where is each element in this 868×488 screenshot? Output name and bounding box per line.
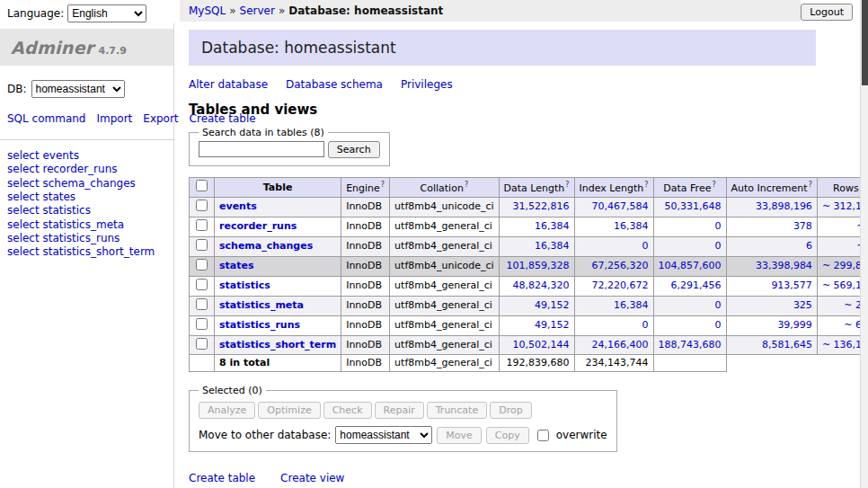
data-free-link[interactable]: 0 [715, 220, 722, 232]
rows-link[interactable]: ~ 569,159 [822, 279, 860, 291]
auto-increment-link[interactable]: 913,577 [771, 279, 812, 291]
breadcrumb-server-link[interactable]: Server [240, 4, 275, 17]
analyze-button[interactable]: Analyze [199, 402, 255, 419]
sidebar-table-link[interactable]: select statistics_meta [7, 218, 166, 232]
optimize-button[interactable]: Optimize [258, 402, 320, 419]
data-length-link[interactable]: 16,384 [535, 240, 570, 252]
data-length-link[interactable]: 49,152 [535, 319, 570, 331]
data-length-link[interactable]: 16,384 [535, 220, 570, 232]
row-checkbox[interactable] [196, 279, 208, 290]
repair-button[interactable]: Repair [375, 402, 424, 419]
index-length-link[interactable]: 67,256,320 [592, 260, 649, 271]
data-free-link[interactable]: 104,857,600 [659, 260, 722, 271]
sidebar-link-sql-command[interactable]: SQL command [7, 112, 85, 125]
data-length-link[interactable]: 48,824,320 [513, 279, 570, 291]
rows-link[interactable]: ~ 312,180 [822, 200, 860, 212]
data-free-link[interactable]: 0 [715, 240, 722, 252]
rows-link[interactable]: ~ 299,833 [822, 260, 860, 271]
index-length-link[interactable]: 24,166,400 [592, 339, 649, 350]
table-name-link[interactable]: statistics_runs [219, 319, 300, 331]
database-schema-link[interactable]: Database schema [286, 78, 383, 91]
sidebar-table-link[interactable]: select recorder_runs [7, 163, 166, 176]
sidebar-table-link[interactable]: select statistics [7, 204, 166, 217]
alter-database-link[interactable]: Alter database [189, 78, 268, 91]
create-view-link[interactable]: Create view [280, 472, 344, 484]
table-name-link[interactable]: recorder_runs [219, 220, 297, 232]
data-free-link[interactable]: 0 [715, 299, 722, 311]
table-name-link[interactable]: statistics [219, 279, 270, 291]
language-select[interactable]: English [67, 4, 146, 22]
auto-increment-link[interactable]: 325 [793, 299, 812, 311]
table-name-link[interactable]: statistics_meta [219, 299, 304, 311]
index-length-link[interactable]: 72,220,672 [592, 279, 649, 291]
auto-increment-link[interactable]: 378 [793, 220, 812, 232]
search-input[interactable] [199, 141, 324, 157]
auto-increment-link[interactable]: 6 [806, 240, 812, 252]
auto-increment-link[interactable]: 8,581,645 [762, 339, 812, 350]
rows-link[interactable]: ~ 136,108 [822, 339, 860, 350]
data-length-link[interactable]: 49,152 [535, 299, 570, 311]
sidebar-table-link[interactable]: select schema_changes [7, 177, 166, 191]
data-free-link[interactable]: 50,331,648 [665, 200, 722, 212]
help-icon[interactable]: ? [565, 181, 569, 189]
row-checkbox[interactable] [196, 219, 208, 231]
table-name-link[interactable]: statistics_short_term [219, 339, 336, 350]
table-name-link[interactable]: schema_changes [219, 240, 313, 252]
data-length-link[interactable]: 31,522,816 [513, 200, 570, 212]
overwrite-checkbox[interactable] [537, 430, 549, 441]
index-length-link[interactable]: 16,384 [614, 299, 649, 311]
check-button[interactable]: Check [323, 402, 372, 419]
row-checkbox[interactable] [196, 298, 208, 310]
auto-increment-cell: 33,398,984 [726, 256, 817, 276]
sidebar-table-link[interactable]: select states [7, 191, 166, 204]
select-all-checkbox[interactable] [196, 180, 208, 191]
scrollbar-thumb[interactable] [862, 0, 868, 85]
index-length-link[interactable]: 70,467,584 [592, 200, 649, 212]
index-length-link[interactable]: 0 [642, 240, 649, 252]
rows-cell: ~ 299,833 [817, 256, 860, 276]
index-length-link[interactable]: 0 [642, 319, 649, 331]
copy-button[interactable]: Copy [486, 427, 529, 444]
breadcrumb: MySQL»Server»Database: homeassistant [180, 0, 801, 22]
row-checkbox[interactable] [196, 200, 208, 211]
data-length-link[interactable]: 10,502,144 [513, 339, 570, 350]
row-checkbox[interactable] [196, 318, 208, 330]
drop-button[interactable]: Drop [490, 402, 531, 419]
table-name-link[interactable]: states [219, 260, 254, 271]
sidebar-table-link[interactable]: select events [7, 149, 166, 163]
data-free-link[interactable]: 188,743,680 [659, 339, 722, 350]
rows-link[interactable]: ~ 628 [844, 319, 860, 331]
data-free-link[interactable]: 0 [715, 319, 722, 331]
data-length-link[interactable]: 101,859,328 [507, 260, 570, 271]
help-icon[interactable]: ? [712, 181, 715, 189]
breadcrumb-driver-link[interactable]: MySQL [189, 4, 226, 17]
row-checkbox[interactable] [196, 338, 208, 350]
auto-increment-link[interactable]: 33,398,984 [756, 260, 812, 271]
db-select[interactable]: homeassistant [31, 80, 125, 98]
auto-increment-link[interactable]: 33,898,196 [756, 200, 812, 212]
sidebar-link-import[interactable]: Import [96, 112, 132, 125]
help-icon[interactable]: ? [809, 181, 812, 189]
sidebar-table-link[interactable]: select statistics_runs [7, 232, 166, 245]
table-name-link[interactable]: events [219, 200, 257, 212]
help-icon[interactable]: ? [644, 181, 648, 189]
help-icon[interactable]: ? [381, 181, 385, 189]
move-button[interactable]: Move [437, 427, 482, 444]
logout-button[interactable]: Logout [801, 4, 853, 21]
help-icon[interactable]: ? [465, 181, 468, 189]
create-table-link[interactable]: Create table [189, 472, 255, 484]
move-database-select[interactable]: homeassistant [335, 426, 432, 444]
auto-increment-link[interactable]: 39,999 [777, 319, 812, 331]
sidebar-link-export[interactable]: Export [143, 112, 178, 125]
sidebar-table-link[interactable]: select statistics_short_term [7, 245, 166, 259]
index-length-link[interactable]: 16,384 [614, 220, 649, 232]
truncate-button[interactable]: Truncate [427, 402, 487, 419]
vertical-scrollbar[interactable] [860, 0, 868, 488]
row-checkbox[interactable] [196, 239, 208, 251]
row-checkbox[interactable] [196, 259, 208, 271]
rows-link[interactable]: ~ 244 [844, 299, 860, 311]
privileges-link[interactable]: Privileges [401, 78, 453, 91]
data-free-link[interactable]: 6,291,456 [671, 279, 722, 291]
col-header-rows: Rows? [817, 178, 860, 198]
search-button[interactable]: Search [328, 141, 380, 158]
